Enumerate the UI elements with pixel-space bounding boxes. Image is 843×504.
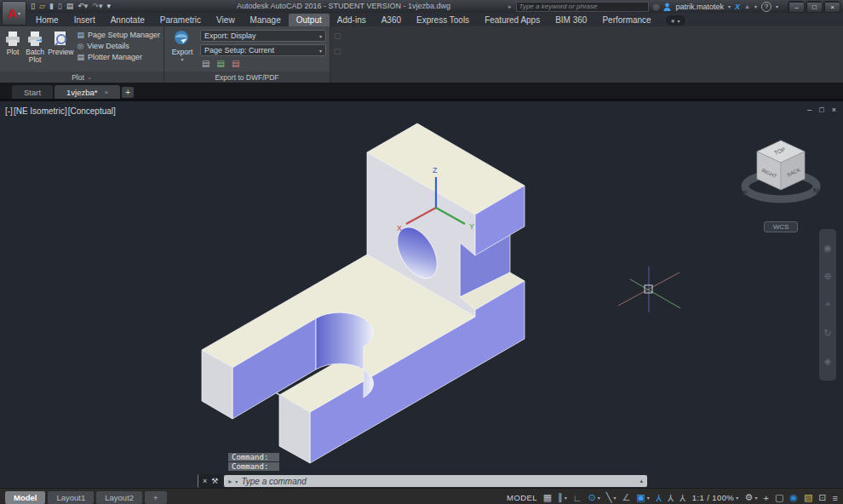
annotation-visibility-icon[interactable]: Y xyxy=(656,493,662,503)
export-dwf-icon[interactable]: ▤ xyxy=(216,59,224,68)
viewport-minus-control[interactable]: [-] xyxy=(5,106,13,116)
search-toggle-icon[interactable]: ▸ xyxy=(508,3,512,10)
li-cmd[interactable]: Command: xyxy=(228,453,279,461)
object-snap-icon[interactable]: ▣▾ xyxy=(636,492,649,503)
add-status-icon[interactable]: + xyxy=(764,493,769,503)
exchange-apps-icon[interactable]: X xyxy=(735,3,740,11)
redo-icon[interactable]: ↷▾ xyxy=(92,3,102,10)
recent-commands-icon[interactable]: ▾ xyxy=(235,478,238,484)
pan-icon[interactable]: ⊕ xyxy=(823,272,831,281)
tab-addins[interactable]: Add-ins xyxy=(330,14,374,26)
tab-layout1[interactable]: Layout1 xyxy=(48,491,94,504)
close-button[interactable]: × xyxy=(823,1,840,12)
export-display-dropdown[interactable]: Export: Display ▾ xyxy=(200,30,326,42)
tab-home[interactable]: Home xyxy=(28,14,66,26)
tab-layout2[interactable]: Layout2 xyxy=(96,491,142,504)
page-setup-dropdown[interactable]: Page Setup: Current ▾ xyxy=(200,44,326,56)
tab-output[interactable]: Output xyxy=(289,14,330,26)
viewport-view-control[interactable]: [NE Isometric] xyxy=(14,106,67,116)
plot-panel-footer[interactable]: Plot ⌄ xyxy=(0,72,163,83)
polar-tracking-icon[interactable]: ⊙▾ xyxy=(588,492,600,503)
export-pdf-icon[interactable]: ▤ xyxy=(232,59,239,68)
user-menu-chevron-icon[interactable]: ▾ xyxy=(728,3,731,9)
switch-windows-icon[interactable]: ▢ xyxy=(775,492,783,503)
panel-launcher-icon[interactable]: ⌄ xyxy=(88,74,92,80)
minimize-button[interactable]: – xyxy=(788,1,804,12)
hardware-acceleration-icon[interactable]: ◉ xyxy=(789,492,798,503)
help-icon[interactable]: ? xyxy=(761,2,771,12)
a360-chevron-icon[interactable]: ▾ xyxy=(754,3,757,9)
snap-icon[interactable]: ∥▾ xyxy=(558,492,567,503)
close-command-icon[interactable]: × xyxy=(203,477,207,485)
new-file-icon[interactable]: ▯ xyxy=(31,3,35,10)
ortho-icon[interactable]: ∟ xyxy=(573,493,582,503)
tab-annotate[interactable]: Annotate xyxy=(103,14,152,26)
restore-button[interactable]: □ xyxy=(806,1,822,12)
workspace-gear-icon[interactable]: ⚙▾ xyxy=(745,492,758,503)
help-chevron-icon[interactable]: ▾ xyxy=(776,3,778,9)
page-setup-manager-button[interactable]: ▤ Page Setup Manager xyxy=(77,31,160,39)
undo-icon[interactable]: ↶▾ xyxy=(77,3,88,10)
vp-close-icon[interactable]: × xyxy=(832,106,836,114)
plotter-manager-button[interactable]: ▤ Plotter Manager xyxy=(77,53,160,61)
zoom-icon[interactable]: ⌖ xyxy=(825,300,830,309)
model-canvas[interactable]: ZXY xyxy=(0,101,843,488)
a360-icon[interactable]: ▲ xyxy=(744,3,750,9)
new-drawing-tab-button[interactable]: + xyxy=(122,87,134,98)
wcs-dropdown[interactable]: WCS xyxy=(764,221,799,232)
file-tab-start[interactable]: Start xyxy=(12,85,53,99)
autoscale-icon[interactable]: Y xyxy=(668,493,674,503)
search-icon[interactable]: ◎ xyxy=(653,3,660,11)
clean-screen-icon[interactable]: ⊡ xyxy=(818,492,826,503)
tab-a360[interactable]: A360 xyxy=(374,14,409,26)
grid-icon[interactable]: ▦ xyxy=(543,492,552,503)
navigation-wheel-icon[interactable]: ◉ xyxy=(823,243,832,253)
model-space-toggle[interactable]: MODEL xyxy=(507,493,537,502)
tab-featured-apps[interactable]: Featured Apps xyxy=(477,14,548,26)
export-preview-icon[interactable]: ▤ xyxy=(202,59,209,68)
signed-in-user[interactable]: patrik.matotek xyxy=(675,3,724,11)
batch-plot-button[interactable]: Batch Plot xyxy=(26,28,44,72)
search-input[interactable] xyxy=(516,2,649,12)
orbit-icon[interactable]: ↻ xyxy=(823,329,831,338)
viewcube-graphic[interactable]: E N TOP RIGHT BACK xyxy=(734,125,828,214)
drawing-viewport[interactable]: ZXY [-] [NE Isometric] [Conceptual] –□× … xyxy=(0,101,843,488)
open-file-icon[interactable]: ▱ xyxy=(39,3,45,10)
tab-performance[interactable]: Performance xyxy=(594,14,658,26)
view-details-button[interactable]: ◎ View Details xyxy=(77,42,160,50)
tab-bim360[interactable]: BIM 360 xyxy=(548,14,594,26)
tab-model[interactable]: Model xyxy=(5,491,45,504)
file-tab-drawing[interactable]: 1vjezba* × xyxy=(54,85,120,99)
plot-button[interactable]: Plot xyxy=(3,28,22,72)
command-input[interactable]: ▸ ▾ Type a command ▴ xyxy=(224,475,647,487)
annotation-scale-icon[interactable]: Y xyxy=(680,493,685,503)
tab-view[interactable]: View xyxy=(209,14,243,26)
viewport-visual-style-control[interactable]: [Conceptual] xyxy=(68,106,116,116)
export-panel-footer[interactable]: Export to DWF/PDF xyxy=(164,72,330,83)
command-line[interactable]: × ⚒ ▸ ▾ Type a command ▴ xyxy=(198,474,647,488)
viewcube[interactable]: E N TOP RIGHT BACK WCS xyxy=(734,125,828,232)
tab-express-tools[interactable]: Express Tools xyxy=(409,14,477,26)
application-menu-button[interactable]: A ▾ xyxy=(2,1,26,26)
isolate-objects-icon[interactable]: ▧ xyxy=(804,492,812,503)
qat-customize-icon[interactable]: ▾ xyxy=(106,3,111,10)
compass-east-label[interactable]: E xyxy=(743,189,748,198)
export-button[interactable]: Export ▾ xyxy=(168,28,197,72)
command-expand-icon[interactable]: ▴ xyxy=(639,478,643,484)
performance-recorder-button[interactable]: ● ▾ xyxy=(666,15,685,26)
object-snap-tracking-icon[interactable]: ∠ xyxy=(622,492,630,503)
save-as-icon[interactable]: ▯ xyxy=(58,3,62,10)
vp-restore-icon[interactable]: □ xyxy=(819,106,823,114)
showmotion-icon[interactable]: ◈ xyxy=(824,357,831,366)
plot-quick-icon[interactable]: ▤ xyxy=(66,3,74,10)
customize-command-icon[interactable]: ⚒ xyxy=(211,477,218,485)
close-tab-icon[interactable]: × xyxy=(105,89,109,96)
isometric-drafting-icon[interactable]: ╲▾ xyxy=(606,492,616,503)
tab-parametric[interactable]: Parametric xyxy=(152,14,209,26)
save-icon[interactable]: ▮ xyxy=(49,3,54,10)
vp-minimize-icon[interactable]: – xyxy=(807,106,811,114)
li-cmd[interactable]: Command: xyxy=(228,462,279,471)
tab-insert[interactable]: Insert xyxy=(66,14,103,26)
tab-manage[interactable]: Manage xyxy=(243,14,289,26)
new-layout-button[interactable]: + xyxy=(145,491,167,504)
